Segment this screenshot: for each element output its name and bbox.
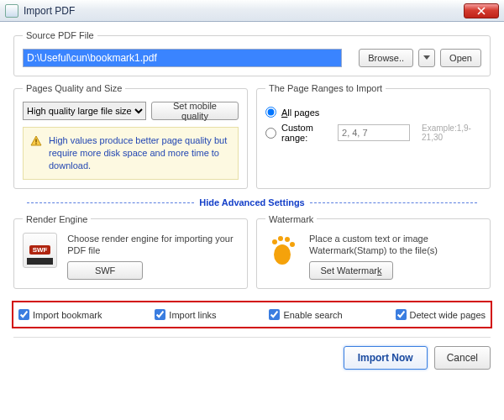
close-button[interactable] — [464, 3, 499, 18]
quality-info: High values produce better page quality … — [23, 127, 239, 180]
app-icon — [5, 4, 18, 18]
swf-button[interactable]: SWF — [67, 261, 143, 280]
custom-range-radio[interactable] — [265, 128, 276, 139]
all-pages-label: All pages — [281, 108, 319, 118]
svg-point-4 — [278, 236, 283, 241]
enable-search-check[interactable]: Enable search — [269, 309, 342, 320]
render-legend: Render Engine — [23, 214, 91, 224]
svg-point-6 — [290, 242, 295, 247]
all-pages-radio[interactable] — [265, 107, 276, 118]
set-watermark-button[interactable]: Set Watermark — [309, 261, 393, 280]
quality-select[interactable]: High quality large file size — [23, 102, 146, 120]
options-highlight: Import bookmark Import links Enable sear… — [12, 301, 492, 328]
example-label: Example:1,9-21,30 — [422, 123, 481, 142]
window-title: Import PDF — [24, 5, 464, 17]
svg-point-3 — [272, 239, 277, 244]
quality-info-text: High values produce better page quality … — [49, 135, 227, 171]
cancel-button[interactable]: Cancel — [434, 346, 491, 370]
close-icon — [477, 7, 486, 15]
quality-group: Pages Quality and Size High quality larg… — [13, 83, 248, 189]
chevron-down-icon — [423, 55, 430, 60]
svg-rect-1 — [35, 143, 36, 144]
footer: Import Now Cancel — [13, 337, 491, 370]
mobile-quality-button[interactable]: Set mobile quality — [151, 102, 239, 120]
svg-rect-0 — [35, 139, 36, 143]
source-legend: Source PDF File — [23, 30, 97, 40]
open-button[interactable]: Open — [440, 49, 481, 67]
quality-legend: Pages Quality and Size — [23, 83, 125, 93]
watermark-legend: Watermark — [265, 214, 317, 224]
source-group: Source PDF File Browse.. Open — [13, 30, 491, 76]
import-links-check[interactable]: Import links — [155, 309, 216, 320]
titlebar: Import PDF — [0, 0, 504, 22]
advanced-divider[interactable]: Hide Advanced Settings — [13, 197, 491, 207]
custom-range-label: Custom range: — [281, 123, 333, 143]
foot-icon — [265, 233, 299, 268]
watermark-desc: Place a custom text or image Watermark(S… — [309, 233, 481, 257]
import-now-button[interactable]: Import Now — [344, 346, 428, 370]
warning-icon — [30, 135, 42, 147]
detect-wide-check[interactable]: Detect wide pages — [396, 309, 486, 320]
render-desc: Choose render engine for importing your … — [67, 233, 239, 257]
svg-point-2 — [274, 244, 291, 265]
watermark-group: Watermark Place a custom text or image W… — [256, 214, 491, 290]
import-bookmark-check[interactable]: Import bookmark — [18, 309, 102, 320]
browse-button[interactable]: Browse.. — [359, 49, 413, 67]
ranges-group: The Page Ranges to Import All pages Cust… — [256, 83, 491, 189]
svg-point-5 — [285, 237, 290, 242]
render-group: Render Engine SWF Choose render engine f… — [13, 214, 248, 290]
browse-dropdown-button[interactable] — [418, 49, 435, 67]
custom-range-input[interactable] — [338, 124, 410, 141]
swf-icon: SWF — [23, 233, 57, 268]
ranges-legend: The Page Ranges to Import — [265, 83, 386, 93]
source-path-input[interactable] — [23, 49, 342, 67]
